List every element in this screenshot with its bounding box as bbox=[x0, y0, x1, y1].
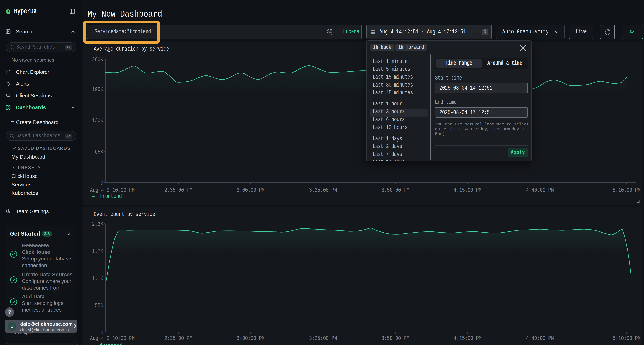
svg-text:3:25:00 PM: 3:25:00 PM bbox=[309, 335, 337, 342]
svg-text:2.2K: 2.2K bbox=[92, 221, 104, 228]
svg-text:4:15:00 PM: 4:15:00 PM bbox=[454, 335, 482, 342]
svg-text:4:40:00 PM: 4:40:00 PM bbox=[526, 187, 554, 194]
svg-text:4:15:00 PM: 4:15:00 PM bbox=[454, 187, 482, 194]
svg-text:260K: 260K bbox=[92, 56, 104, 63]
svg-text:1.7K: 1.7K bbox=[92, 248, 104, 255]
svg-text:2:35:00 PM: 2:35:00 PM bbox=[164, 335, 192, 342]
svg-text:3:00:00 PM: 3:00:00 PM bbox=[237, 187, 264, 194]
svg-text:3:50:00 PM: 3:50:00 PM bbox=[382, 187, 409, 194]
svg-text:5:10:00 PM: 5:10:00 PM bbox=[613, 335, 640, 342]
svg-text:3:25:00 PM: 3:25:00 PM bbox=[309, 187, 337, 194]
svg-text:550: 550 bbox=[95, 302, 103, 309]
svg-text:Aug 4 2:10:00 PM: Aug 4 2:10:00 PM bbox=[90, 335, 135, 342]
svg-text:Aug 4 2:10:00 PM: Aug 4 2:10:00 PM bbox=[90, 187, 135, 194]
svg-text:195K: 195K bbox=[92, 86, 104, 93]
svg-text:65K: 65K bbox=[95, 149, 104, 155]
svg-text:3:50:00 PM: 3:50:00 PM bbox=[382, 335, 409, 342]
svg-text:2:35:00 PM: 2:35:00 PM bbox=[164, 187, 192, 194]
svg-text:5:10:00 PM: 5:10:00 PM bbox=[613, 187, 640, 194]
svg-text:1.1K: 1.1K bbox=[92, 275, 104, 282]
svg-text:130K: 130K bbox=[92, 117, 104, 124]
svg-text:3:00:00 PM: 3:00:00 PM bbox=[237, 335, 264, 342]
svg-text:4:40:00 PM: 4:40:00 PM bbox=[526, 335, 554, 342]
svg-text:0: 0 bbox=[100, 180, 103, 186]
